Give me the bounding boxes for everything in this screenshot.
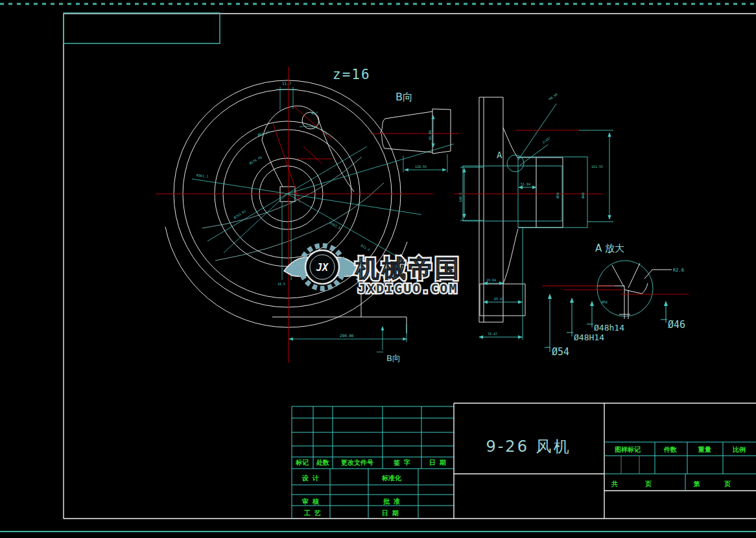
b-view-outline xyxy=(381,109,451,154)
dim-bore-56: Ø56 xyxy=(556,193,560,198)
detail-a-circle xyxy=(597,261,653,316)
detail-a-title: A 放大 xyxy=(595,242,624,254)
corner-trim-box xyxy=(64,13,220,43)
title-block-white-frame xyxy=(454,403,756,519)
header-piece-count: 件数 xyxy=(663,446,677,453)
dim-d61: Ø61.17 xyxy=(257,130,270,136)
b-view-dim-texts: 65.86 118.93 xyxy=(415,130,432,169)
cad-canvas: 11.7 45° Ø61.17 Ø176.45 Ø361.2 Ø253.02 R… xyxy=(0,0,756,538)
label-sheet: 第 xyxy=(693,480,700,487)
dim-d176: Ø176.45 xyxy=(249,155,263,165)
label-check: 审 核 xyxy=(302,498,319,505)
b-view: B向 65.86 118.93 xyxy=(371,91,459,172)
rev-header-date: 日 期 xyxy=(429,459,446,466)
section-cyan-rects xyxy=(460,104,613,340)
dim-65-47: 65.47 xyxy=(494,297,504,301)
dim-161-55: 161.55 xyxy=(591,165,603,169)
brand-text-group: 机械帝国 机械帝国 JXDIGUO.COM JXDIGUO.COM xyxy=(355,255,462,296)
detail-r26: R2.6 xyxy=(673,268,684,273)
front-dim-texts: 11.7 45° Ø61.17 Ø176.45 Ø361.2 Ø253.02 R… xyxy=(196,81,371,338)
rev-header-mark: 标记 xyxy=(295,459,309,466)
label-date: 日 期 xyxy=(382,509,399,517)
front-centerlines xyxy=(156,67,433,363)
dim-290: 290.06 xyxy=(340,333,354,338)
wing-gear-logo: JX xyxy=(284,246,360,288)
front-view-circles xyxy=(165,80,525,333)
dim-168-5: 168.5 xyxy=(458,193,462,202)
logo-initials: JX xyxy=(316,262,329,274)
dim-d253: Ø253.02 xyxy=(233,209,246,220)
b-view-height-dim: 65.86 xyxy=(428,130,432,140)
detail-a-centerlines xyxy=(542,286,689,294)
b-view-width-dim: 118.93 xyxy=(415,165,427,169)
dim-19-84: 19.84 xyxy=(486,278,496,282)
site-text: JXDIGUO.COM xyxy=(358,281,458,296)
brand-text: 机械帝国 xyxy=(355,255,462,283)
section-outline xyxy=(479,97,563,322)
leader-chamfer: 2×45° xyxy=(541,135,552,145)
rev-header-sign: 签 字 xyxy=(393,458,410,466)
drawing-svg: 11.7 45° Ø61.17 Ø176.45 Ø361.2 Ø253.02 R… xyxy=(0,0,756,538)
view-b-title: B向 xyxy=(396,91,413,103)
label-design: 设 计 xyxy=(301,474,319,482)
leader-r05a: R0.5A xyxy=(548,92,558,101)
label-total-pages: 页 xyxy=(644,480,652,487)
rev-header-count: 处数 xyxy=(316,459,329,466)
callout-46: Ø46 xyxy=(668,319,685,331)
label-approve: 批 准 xyxy=(383,498,400,505)
title-block: 9-26 风机 标记 处数 更改文件号 签 字 日 期 设 计 审 核 工 艺 … xyxy=(292,403,756,519)
dim-45deg: 45° xyxy=(311,111,318,115)
header-drawing-mark: 图样标记 xyxy=(615,446,641,453)
tooth-count-label: z=16 xyxy=(333,67,371,82)
label-standardization: 标准化 xyxy=(381,474,402,482)
header-scale: 比例 xyxy=(733,446,746,453)
dim-51-84: 51.84 xyxy=(521,182,530,186)
front-view: 11.7 45° Ø61.17 Ø176.45 Ø361.2 Ø253.02 R… xyxy=(156,67,525,363)
detail-inner-d56: Ø56 xyxy=(602,300,608,304)
rev-header-docno: 更改文件号 xyxy=(341,459,373,466)
callout-48H14: Ø48H14 xyxy=(574,333,604,342)
blade-curve-2 xyxy=(262,140,283,187)
section-a-marker: A xyxy=(497,150,502,160)
dim-11-7: 11.7 xyxy=(282,81,292,86)
dim-r11: R11.4 xyxy=(360,244,371,252)
dim-slot: 18.5 xyxy=(278,282,285,286)
dim-d361: Ø361.2 xyxy=(196,173,209,178)
header-weight: 重量 xyxy=(698,446,711,453)
callout-54: Ø54 xyxy=(552,346,569,358)
dim-r161: R161.5 xyxy=(329,221,342,230)
b-view-dims xyxy=(403,115,447,172)
dim-bore-48: Ø48 xyxy=(581,193,585,198)
title-block-labels: 标记 处数 更改文件号 签 字 日 期 设 计 审 核 工 艺 标准化 批 准 … xyxy=(295,446,746,517)
label-total: 共 xyxy=(611,480,618,487)
detail-a-balloon xyxy=(507,155,524,172)
detail-a-view: A 放大 R2.6 xyxy=(542,242,689,358)
front-dim-lines xyxy=(192,87,454,352)
callout-48h14: Ø48h14 xyxy=(594,323,624,333)
label-process: 工 艺 xyxy=(303,509,321,517)
section-view: A R0.5A 2×45° 161.55 168.5 51.84 Ø56 Ø48… xyxy=(454,92,613,340)
label-sheet-pages: 页 xyxy=(724,480,731,487)
part-name: 9-26 风机 xyxy=(486,438,571,456)
view-b-arrow-label: B向 xyxy=(386,353,401,363)
dim-78-47: 78.47 xyxy=(488,332,497,336)
